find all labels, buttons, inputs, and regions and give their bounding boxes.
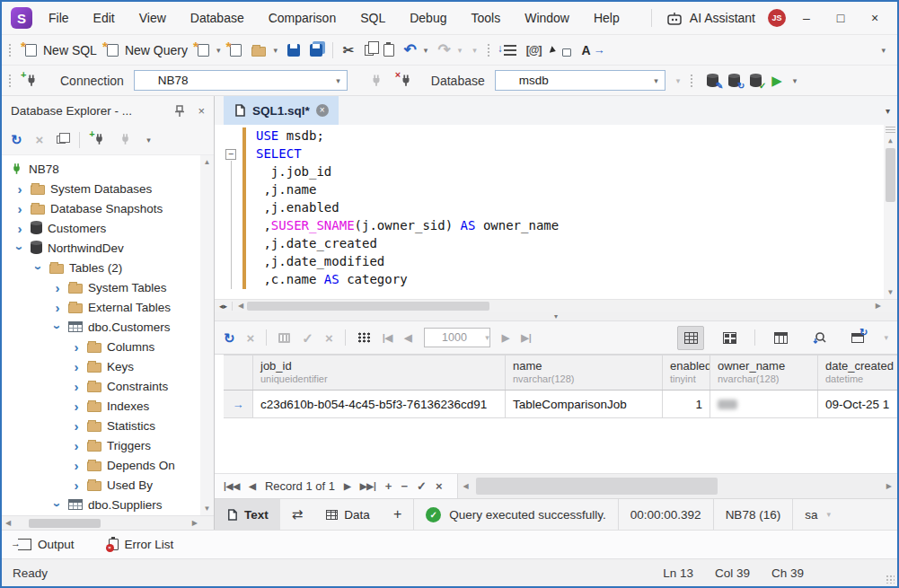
new-file-button[interactable] <box>230 44 242 57</box>
connection-toolbar-grip-2[interactable] <box>690 74 693 88</box>
explorer-windows-icon[interactable] <box>57 136 66 144</box>
add-view-button[interactable]: + <box>382 499 413 530</box>
column-header-name[interactable]: namenvarchar(128) <box>506 355 663 390</box>
chevron-right-icon[interactable]: › <box>71 419 82 433</box>
chevron-right-icon[interactable]: › <box>14 182 25 196</box>
editor-horizontal-scrollbar[interactable]: ◂▸ ◀ ▶ <box>215 299 897 312</box>
page-size-select[interactable]: 1000 ▾ <box>424 328 490 347</box>
edit-database-icon[interactable]: ✎ <box>707 75 718 87</box>
chevron-down-icon[interactable]: › <box>32 262 46 273</box>
prev-page-icon[interactable]: ◀ <box>404 333 411 343</box>
chevron-right-icon[interactable]: › <box>71 340 82 354</box>
sql-editor[interactable]: − USE msdb; SELECT j.job_id ,j.name ,j.e… <box>215 125 897 299</box>
tab-close-icon[interactable]: × <box>316 104 329 117</box>
cell-job-id[interactable]: c23d610b-b054-4c45-b5f3-76136236cd91 <box>253 391 506 417</box>
execute-button[interactable]: ▶ <box>771 73 782 89</box>
scrollbar-thumb[interactable] <box>886 148 895 202</box>
scroll-down-icon[interactable]: ▼ <box>888 288 893 296</box>
stop-query-icon[interactable]: × <box>247 331 255 345</box>
column-header-enabled[interactable]: enabledtinyint <box>663 355 710 390</box>
first-page-icon[interactable]: |◀ <box>383 333 393 343</box>
database-dropdown-icon[interactable]: ▾ <box>654 76 658 85</box>
format-code-button[interactable] <box>504 45 516 56</box>
cancel-edit-icon[interactable]: × <box>325 331 333 345</box>
explorer-new-connection-icon[interactable]: + <box>93 133 106 146</box>
menu-database[interactable]: Database <box>190 11 244 25</box>
toolbar-grip-2[interactable] <box>487 43 490 57</box>
splitter-collapse-icon[interactable]: ▾ <box>554 312 558 320</box>
menu-view[interactable]: View <box>139 11 166 25</box>
scroll-right-icon[interactable]: ▶ <box>876 302 881 310</box>
cut-button[interactable]: ✂ <box>343 43 355 57</box>
tree-item-northwinddev-db[interactable]: ›NorthwindDev <box>2 238 214 258</box>
pin-icon[interactable] <box>174 105 185 117</box>
cell-date-created[interactable]: 09-Oct-25 1 <box>818 391 899 417</box>
copy-button[interactable] <box>365 45 374 56</box>
tree-item-customers-db[interactable]: ›Customers <box>2 218 214 238</box>
new-query-button[interactable]: New Query <box>107 43 188 57</box>
connection-toolbar-grip[interactable] <box>8 74 12 88</box>
card-view-button[interactable] <box>716 326 743 350</box>
search-button[interactable] <box>806 326 833 350</box>
menu-tools[interactable]: Tools <box>471 11 500 25</box>
paste-to-grid-icon[interactable] <box>278 333 290 343</box>
menu-comparison[interactable]: Comparison <box>269 11 336 25</box>
minimize-button[interactable]: – <box>793 11 820 25</box>
toolbar1-overflow-icon[interactable]: ▾ <box>881 46 886 55</box>
scroll-left-icon[interactable]: ◀ <box>463 482 469 490</box>
tree-vertical-scrollbar[interactable]: ▲ ▼ <box>200 155 214 515</box>
editor-vertical-scrollbar[interactable]: ▲ ▼ <box>884 125 897 299</box>
chevron-down-icon[interactable]: › <box>51 321 65 332</box>
menu-window[interactable]: Window <box>524 11 569 25</box>
open-file-dropdown-icon[interactable]: ▾ <box>273 46 278 55</box>
fit-columns-icon[interactable] <box>357 332 371 343</box>
menu-edit[interactable]: Edit <box>93 11 115 25</box>
scroll-left-icon[interactable]: ◀ <box>5 519 11 527</box>
new-document-dropdown-icon[interactable]: ▾ <box>216 46 221 55</box>
delete-record-icon[interactable]: − <box>401 479 408 493</box>
tab-output[interactable]: Output <box>18 538 75 551</box>
page-size-dropdown-icon[interactable]: ▾ <box>485 333 489 342</box>
menu-sql[interactable]: SQL <box>360 11 385 25</box>
tree-item-depends-on[interactable]: ›Depends On <box>2 455 214 475</box>
column-header-owner-name[interactable]: owner_namenvarchar(128) <box>710 355 818 390</box>
cell-name[interactable]: TableComparisonJob <box>506 391 663 417</box>
cell-enabled[interactable]: 1 <box>663 391 710 417</box>
connect-icon[interactable] <box>370 74 383 87</box>
next-page-icon[interactable]: ▶ <box>502 333 509 343</box>
append-record-icon[interactable]: + <box>385 479 392 493</box>
chevron-down-icon[interactable]: › <box>13 242 27 253</box>
tree-item-dbo-suppliers[interactable]: ›dbo.Suppliers <box>2 495 214 514</box>
tree-item-statistics[interactable]: ›Statistics <box>2 416 214 435</box>
chevron-right-icon[interactable]: › <box>71 380 82 393</box>
scrollbar-thumb[interactable] <box>247 302 489 311</box>
fold-collapse-icon[interactable]: − <box>225 149 236 160</box>
check-database-icon[interactable]: ✓ <box>750 75 762 87</box>
new-connection-icon[interactable]: + <box>25 74 38 87</box>
cell-owner-name[interactable] <box>710 391 818 417</box>
scroll-up-icon[interactable]: ▲ <box>888 136 893 145</box>
cancel-edit-icon[interactable]: × <box>436 479 443 493</box>
tree-item-dbo-customers[interactable]: ›dbo.Customers <box>2 317 214 337</box>
explorer-delete-icon[interactable]: × <box>36 133 44 146</box>
redo-button[interactable]: ↷ ▾ <box>437 42 462 57</box>
column-header-date-created[interactable]: date_createddatetime <box>818 355 899 390</box>
scroll-left-icon[interactable]: ◀ <box>238 302 243 310</box>
split-view-icon[interactable]: ◂▸ <box>215 302 233 311</box>
chevron-right-icon[interactable]: › <box>71 459 82 472</box>
tab-list-dropdown-icon[interactable]: ▾ <box>886 106 890 116</box>
scrollbar-thumb[interactable] <box>29 519 101 528</box>
user-indicator[interactable]: sa ▾ <box>792 499 842 530</box>
post-edit-icon[interactable]: ✓ <box>417 479 427 493</box>
close-button[interactable]: × <box>861 11 888 25</box>
redo-dropdown-icon[interactable]: ▾ <box>458 46 463 55</box>
connection-dropdown-icon[interactable]: ▾ <box>336 76 340 85</box>
split-editor-handle[interactable] <box>886 127 895 134</box>
tree-item-constraints[interactable]: ›Constraints <box>2 376 214 396</box>
chevron-right-icon[interactable]: › <box>71 399 82 413</box>
grid-data-row[interactable]: → c23d610b-b054-4c45-b5f3-76136236cd91 T… <box>224 391 897 418</box>
tree-item-triggers[interactable]: ›Triggers <box>2 435 214 455</box>
tree-item-system-databases[interactable]: ›System Databases <box>2 179 214 198</box>
explorer-refresh-icon[interactable]: ↻ <box>11 133 22 146</box>
tree-item-columns[interactable]: ›Columns <box>2 337 214 356</box>
